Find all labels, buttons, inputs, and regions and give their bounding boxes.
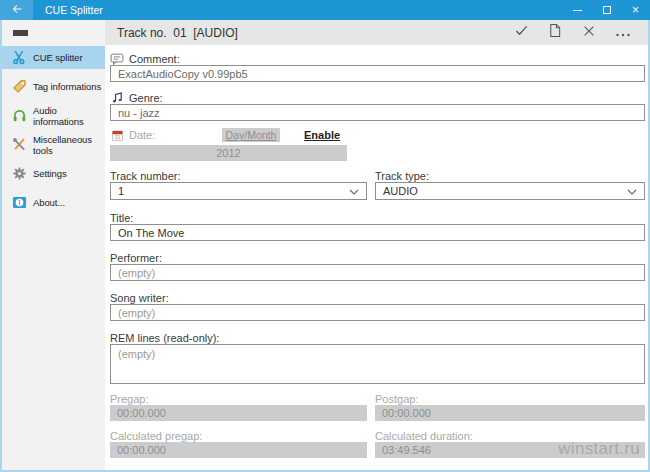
close-button[interactable]: × bbox=[621, 0, 650, 20]
pregap-label: Pregap: bbox=[110, 392, 367, 405]
rem-lines-textarea[interactable]: (empty) bbox=[110, 344, 645, 384]
hamburger-menu-button[interactable] bbox=[13, 30, 28, 36]
maximize-icon bbox=[603, 6, 611, 14]
back-button[interactable] bbox=[0, 0, 33, 20]
song-writer-label: Song writer: bbox=[110, 291, 645, 304]
track-type-label: Track type: bbox=[375, 169, 645, 182]
performer-input[interactable] bbox=[110, 264, 645, 281]
date-value-field: 2012 bbox=[110, 145, 347, 161]
track-type-value: AUDIO bbox=[383, 185, 418, 197]
watermark: winstart.ru bbox=[558, 439, 640, 459]
svg-text:31: 31 bbox=[114, 133, 120, 139]
tools-icon bbox=[11, 137, 27, 153]
title-label: Title: bbox=[110, 211, 645, 224]
postgap-input bbox=[375, 405, 645, 421]
sidebar-item-audio-informations[interactable]: Audio informations bbox=[2, 104, 105, 127]
track-type-dropdown[interactable]: AUDIO bbox=[375, 182, 645, 200]
minimize-icon bbox=[573, 10, 582, 11]
date-label: Date: bbox=[129, 129, 155, 141]
gear-icon bbox=[11, 166, 27, 182]
sidebar: CUE splitter Tag informations Audio info… bbox=[2, 20, 105, 470]
comment-label-row: Comment: bbox=[110, 52, 645, 65]
sidebar-item-label: CUE splitter bbox=[33, 52, 82, 63]
performer-label: Performer: bbox=[110, 251, 645, 264]
cancel-button[interactable] bbox=[572, 20, 606, 45]
window-title: CUE Splitter bbox=[45, 4, 103, 16]
scissors-icon bbox=[11, 50, 27, 66]
chevron-down-icon bbox=[349, 185, 359, 197]
comment-label: Comment: bbox=[129, 53, 180, 65]
track-number-label: Track number: bbox=[110, 169, 367, 182]
app-window: CUE Splitter × CUE splitter bbox=[0, 0, 650, 472]
enable-date-link[interactable]: Enable bbox=[304, 129, 340, 141]
new-file-icon bbox=[548, 23, 562, 42]
rem-lines-label: REM lines (read-only): bbox=[110, 331, 645, 344]
track-number-dropdown[interactable]: 1 bbox=[110, 182, 367, 200]
track-form: Comment: Genre: 31 bbox=[105, 45, 648, 470]
calendar-icon: 31 bbox=[110, 128, 124, 142]
song-writer-input[interactable] bbox=[110, 304, 645, 321]
maximize-button[interactable] bbox=[592, 0, 621, 20]
more-ellipsis-icon bbox=[615, 24, 631, 42]
new-file-button[interactable] bbox=[538, 20, 572, 45]
page-header: Track no. 01 [AUDIO] bbox=[105, 20, 648, 45]
day-month-button: Day/Month bbox=[222, 128, 280, 142]
toolbar bbox=[504, 20, 640, 45]
genre-input[interactable] bbox=[110, 104, 645, 121]
title-input[interactable] bbox=[110, 224, 645, 241]
info-icon bbox=[11, 195, 27, 211]
back-icon bbox=[11, 1, 23, 19]
minimize-button[interactable] bbox=[563, 0, 592, 20]
sidebar-nav: CUE splitter Tag informations Audio info… bbox=[2, 46, 105, 220]
sidebar-item-miscellaneous-tools[interactable]: Miscellaneous tools bbox=[2, 133, 105, 156]
sidebar-item-settings[interactable]: Settings bbox=[2, 162, 105, 185]
accept-check-icon bbox=[514, 23, 529, 42]
close-icon: × bbox=[632, 4, 639, 16]
genre-label: Genre: bbox=[129, 92, 163, 104]
postgap-label: Postgap: bbox=[375, 392, 645, 405]
track-number-value: 1 bbox=[118, 185, 124, 197]
calculated-pregap-input bbox=[110, 442, 367, 458]
pregap-input bbox=[110, 405, 367, 421]
chevron-down-icon bbox=[627, 185, 637, 197]
tag-icon bbox=[11, 79, 27, 95]
headphones-icon bbox=[11, 108, 27, 124]
sidebar-item-cue-splitter[interactable]: CUE splitter bbox=[2, 46, 105, 69]
sidebar-item-about[interactable]: About... bbox=[2, 191, 105, 214]
date-label-row: 31 Date: bbox=[110, 129, 222, 142]
genre-label-row: Genre: bbox=[110, 91, 645, 104]
date-row: 31 Date: Day/Month Enable bbox=[110, 128, 645, 142]
sidebar-item-label: Audio informations bbox=[33, 105, 105, 127]
music-note-icon bbox=[110, 91, 124, 105]
sidebar-item-label: About... bbox=[33, 197, 65, 208]
sidebar-item-label: Tag informations bbox=[33, 81, 101, 92]
hamburger-icon bbox=[13, 30, 28, 36]
speech-bubble-icon bbox=[110, 52, 124, 66]
calculated-pregap-label: Calculated pregap: bbox=[110, 429, 367, 442]
more-button[interactable] bbox=[606, 20, 640, 45]
sidebar-item-label: Settings bbox=[33, 168, 67, 179]
sidebar-item-label: Miscellaneous tools bbox=[33, 134, 105, 156]
sidebar-item-tag-informations[interactable]: Tag informations bbox=[2, 75, 105, 98]
cancel-cross-icon bbox=[582, 24, 596, 42]
titlebar: CUE Splitter × bbox=[0, 0, 650, 20]
accept-button[interactable] bbox=[504, 20, 538, 45]
comment-input[interactable] bbox=[110, 65, 645, 82]
page-title: Track no. 01 [AUDIO] bbox=[117, 26, 238, 40]
